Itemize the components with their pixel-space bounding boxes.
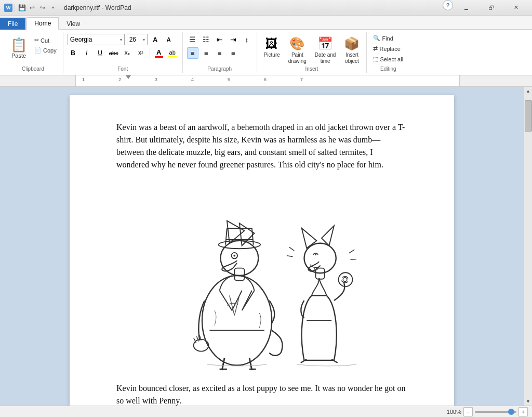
ribbon: File Home View 📋 Paste ✂ Cu [0,16,532,75]
cut-button[interactable]: ✂ Cut [32,36,59,45]
title-bar-left: W 💾 ↩ ↪ ▾ darkpenny.rtf - WordPad [4,3,131,12]
zoom-out-button[interactable]: − [463,407,473,416]
svg-point-12 [308,269,311,271]
bold-button[interactable]: B [68,47,79,59]
insert-datetime-button[interactable]: 📅 Date and time [312,35,339,66]
ruler-mark-6: 6 [264,77,267,82]
paste-icon: 📋 [10,38,27,51]
highlight-button[interactable]: ab [167,47,178,59]
font-shrink-button[interactable]: A [163,34,175,45]
ribbon-content: 📋 Paste ✂ Cut 📄 Copy Cl [0,29,532,75]
select-all-button[interactable]: ⬚ Select all [371,55,405,63]
paint-icon: 🎨 [289,36,305,51]
replace-icon: ⇄ [373,45,378,52]
indent-decrease-button[interactable]: ⇤ [214,34,225,45]
font-color-bar [155,56,163,58]
subscript-button[interactable]: X₂ [122,47,133,59]
paste-button[interactable]: 📋 Paste [7,34,30,63]
paragraph-1[interactable]: Kevin was a beast of an aardwolf, a behe… [116,121,407,171]
svg-point-8 [233,255,235,257]
ruler-track: 1 2 3 4 5 6 7 [75,75,460,86]
indent-marker [126,75,131,79]
zoom-in-button[interactable]: + [518,407,528,416]
find-button[interactable]: 🔍 Find [371,34,395,43]
copy-icon: 📄 [34,47,42,54]
document-page: Kevin was a beast of an aardwolf, a behe… [70,95,454,406]
select-all-icon: ⬚ [373,56,378,62]
clipboard-group: 📋 Paste ✂ Cut 📄 Copy Cl [3,32,63,73]
font-group: Georgia ▾ 26 ▾ A A B I U abc X₂ X [63,32,183,73]
quick-access-dropdown[interactable]: ▾ [48,3,58,12]
document-illustration [142,179,381,372]
strikethrough-button[interactable]: abc [108,47,119,59]
app-icon: W [4,4,12,12]
zoom-slider-thumb[interactable] [508,409,514,415]
scroll-up-button[interactable]: ▲ [524,87,533,95]
scroll-thumb[interactable] [525,100,532,132]
close-button[interactable]: ✕ [504,0,528,16]
copy-button[interactable]: 📄 Copy [32,46,59,55]
quick-access-toolbar: W 💾 ↩ ↪ ▾ [4,3,58,12]
list-number-button[interactable]: ☷ [201,34,212,45]
tab-file[interactable]: File [0,18,25,30]
font-name-selector[interactable]: Georgia ▾ [68,34,125,45]
indent-increase-button[interactable]: ⇥ [228,34,239,45]
window-title: darkpenny.rtf - WordPad [64,4,131,11]
scroll-track [524,95,533,397]
ruler-mark-5: 5 [228,77,230,82]
italic-button[interactable]: I [81,47,92,59]
main-area: Kevin was a beast of an aardwolf, a behe… [0,87,532,406]
font-size-selector[interactable]: 26 ▾ [127,34,148,45]
scrollbar: ▲ ▼ [524,87,532,406]
insert-group: 🖼 Picture 🎨 Paint drawing 📅 Date and tim… [257,32,367,73]
zoom-control: 100% − + [447,407,528,416]
ruler: 1 2 3 4 5 6 7 [0,75,532,87]
minimize-button[interactable]: 🗕 [454,0,478,16]
editing-group-content: 🔍 Find ⇄ Replace ⬚ Select all [371,32,405,66]
ruler-mark-7: 7 [300,77,303,82]
line-spacing-button[interactable]: ↕ [241,34,252,45]
font-grow-button[interactable]: A [150,34,161,45]
picture-icon: 🖼 [265,36,278,51]
tab-view[interactable]: View [59,18,88,30]
highlight-color-bar [168,56,177,57]
zoom-slider[interactable] [475,411,516,413]
ruler-mark-4: 4 [191,77,194,82]
ruler-mark-2: 2 [118,77,121,82]
underline-button[interactable]: U [95,47,106,59]
font-color-button[interactable]: A [153,47,165,59]
zoom-percentage: 100% [447,409,461,415]
title-bar: W 💾 ↩ ↪ ▾ darkpenny.rtf - WordPad ? 🗕 🗗 … [0,0,532,16]
insert-picture-button[interactable]: 🖼 Picture [261,35,283,60]
svg-rect-0 [142,181,381,370]
align-left-button[interactable]: ≡ [187,47,198,59]
font-label: Font [68,66,178,73]
align-center-button[interactable]: ≡ [201,47,212,59]
insert-paint-button[interactable]: 🎨 Paint drawing [286,35,309,66]
list-bullet-button[interactable]: ☰ [187,34,198,45]
paragraph-group-content: ☰ ☷ ⇤ ⇥ ↕ ≡ ≡ ≡ ≡ [187,32,252,66]
quick-undo-button[interactable]: ↩ [28,3,37,12]
editing-group: 🔍 Find ⇄ Replace ⬚ Select all Editing [367,32,409,73]
superscript-button[interactable]: X² [135,47,147,59]
help-button[interactable]: ? [443,0,453,10]
maximize-button[interactable]: 🗗 [479,0,503,16]
document-area[interactable]: Kevin was a beast of an aardwolf, a behe… [0,87,524,406]
clipboard-label: Clipboard [7,66,59,73]
quick-save-button[interactable]: 💾 [17,3,26,12]
replace-button[interactable]: ⇄ Replace [371,44,402,53]
align-right-button[interactable]: ≡ [214,47,225,59]
insert-label: Insert [261,66,363,73]
justify-button[interactable]: ≡ [228,47,239,59]
title-bar-controls: ? 🗕 🗗 ✕ [443,0,528,16]
svg-line-19 [351,259,357,259]
font-group-content: Georgia ▾ 26 ▾ A A B I U abc X₂ X [68,32,178,66]
svg-point-13 [315,254,316,255]
scroll-down-button[interactable]: ▼ [524,397,533,406]
font-separator [150,48,150,58]
paragraph-group: ☰ ☷ ⇤ ⇥ ↕ ≡ ≡ ≡ ≡ Paragraph [183,32,257,73]
paragraph-2[interactable]: Kevin bounced closer, as excited as a lo… [116,382,407,406]
tab-home[interactable]: Home [26,17,59,30]
insert-object-button[interactable]: 📦 Insert object [341,35,362,66]
quick-redo-button[interactable]: ↪ [38,3,47,12]
